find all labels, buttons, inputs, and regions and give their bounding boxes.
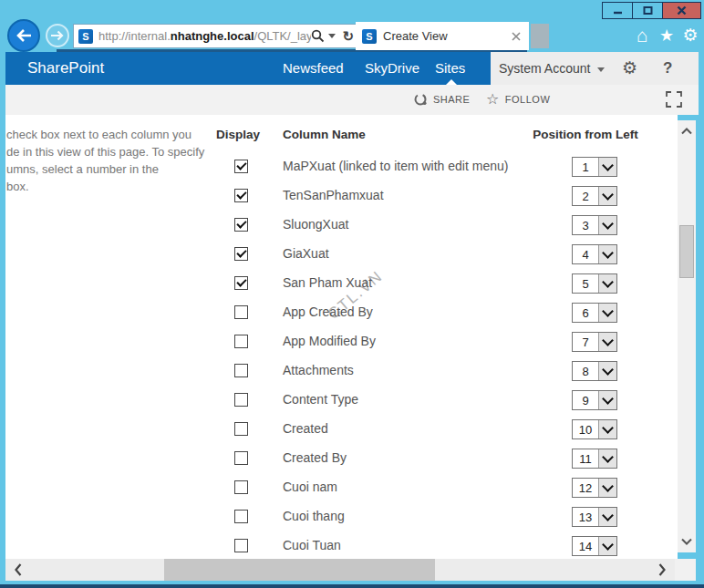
position-dropdown[interactable]: 1	[572, 157, 617, 177]
scroll-left-icon[interactable]	[15, 563, 22, 576]
header-column-name: Column Name	[283, 128, 517, 153]
suite-nav-skydrive[interactable]: SkyDrive	[365, 60, 419, 76]
share-button[interactable]: SHARE	[413, 92, 470, 107]
column-name-label: App Created By	[283, 304, 517, 321]
horizontal-scroll-thumb[interactable]	[164, 559, 435, 581]
chevron-down-icon	[597, 67, 605, 72]
column-checkbox[interactable]	[234, 422, 248, 436]
minimize-button[interactable]	[603, 3, 632, 18]
table-row: Attachments 8	[216, 357, 654, 387]
refresh-icon[interactable]	[342, 29, 354, 43]
column-checkbox[interactable]	[234, 451, 248, 465]
position-dropdown[interactable]: 5	[572, 273, 617, 294]
column-checkbox[interactable]	[234, 305, 248, 319]
position-value: 9	[573, 391, 598, 409]
position-dropdown[interactable]: 10	[572, 419, 617, 439]
column-checkbox[interactable]	[234, 393, 248, 407]
url-text: http://internal.nhatnghe.local/QLTK/_lay…	[98, 29, 311, 43]
back-button[interactable]	[7, 19, 40, 52]
column-checkbox[interactable]	[234, 218, 248, 232]
position-dropdown[interactable]: 8	[572, 361, 617, 381]
address-bar[interactable]: http://internal.nhatnghe.local/QLTK/_lay…	[73, 24, 361, 48]
maximize-button[interactable]	[632, 3, 662, 18]
tab-close-icon[interactable]	[512, 32, 521, 41]
address-bar-icons	[311, 29, 360, 43]
position-dropdown[interactable]: 13	[572, 507, 617, 527]
column-name-label: San Pham Xuat	[283, 274, 517, 292]
new-tab-button[interactable]	[531, 24, 549, 48]
position-value: 3	[573, 216, 598, 234]
column-checkbox[interactable]	[234, 335, 248, 348]
settings-gear-icon[interactable]	[679, 24, 701, 47]
scroll-right-icon[interactable]	[658, 563, 666, 576]
vertical-scroll-thumb[interactable]	[679, 225, 694, 278]
close-button[interactable]	[662, 3, 700, 18]
home-icon[interactable]	[631, 24, 653, 47]
column-checkbox[interactable]	[234, 276, 248, 290]
focus-mode-button[interactable]	[666, 91, 682, 111]
browser-window: http://internal.nhatnghe.local/QLTK/_lay…	[0, 0, 704, 588]
dropdown-arrow-button[interactable]	[598, 362, 616, 380]
position-dropdown[interactable]: 4	[572, 244, 617, 264]
dropdown-arrow-button[interactable]	[598, 304, 616, 322]
suite-bar-blue-area: SharePoint Newsfeed SkyDrive Sites	[5, 52, 491, 85]
table-header-row: Display Column Name Position from Left	[216, 128, 654, 153]
column-checkbox[interactable]	[234, 247, 248, 261]
column-rows: MaPXuat (linked to item with edit menu) …	[216, 153, 654, 561]
scroll-down-icon[interactable]	[681, 538, 692, 545]
dropdown-arrow-button[interactable]	[598, 158, 616, 176]
account-menu[interactable]: System Account	[499, 61, 605, 76]
dropdown-arrow-button[interactable]	[598, 216, 616, 234]
position-dropdown[interactable]: 11	[572, 449, 617, 469]
position-dropdown[interactable]: 6	[572, 303, 617, 323]
column-checkbox[interactable]	[234, 189, 248, 202]
dropdown-arrow-button[interactable]	[598, 187, 616, 205]
position-dropdown[interactable]: 2	[572, 186, 617, 206]
suite-nav-sites[interactable]: Sites	[435, 60, 465, 76]
suite-nav-newsfeed[interactable]: Newsfeed	[283, 60, 344, 76]
column-checkbox[interactable]	[234, 364, 248, 377]
column-name-label: App Modified By	[283, 333, 517, 350]
follow-button[interactable]: FOLLOW	[486, 92, 550, 107]
horizontal-scrollbar[interactable]	[5, 559, 675, 581]
sharepoint-icon	[78, 29, 93, 44]
dropdown-arrow-button[interactable]	[598, 274, 616, 293]
dropdown-arrow-button[interactable]	[598, 508, 616, 526]
dropdown-arrow-button[interactable]	[598, 245, 616, 263]
dropdown-arrow-button[interactable]	[598, 333, 616, 351]
tab-title: Create View	[383, 29, 448, 43]
position-dropdown[interactable]: 14	[572, 536, 617, 556]
browser-tab[interactable]: Create View	[356, 22, 529, 50]
position-value: 13	[573, 508, 598, 526]
position-value: 1	[573, 158, 598, 176]
favorites-star-icon[interactable]	[656, 24, 678, 47]
site-settings-gear-icon[interactable]	[622, 57, 637, 78]
help-button[interactable]: ?	[663, 59, 672, 77]
dropdown-arrow-button[interactable]	[598, 479, 616, 497]
dropdown-arrow-button[interactable]	[598, 537, 616, 555]
table-row: TenSanPhamxuat 2	[216, 182, 654, 211]
close-icon	[677, 5, 687, 15]
table-row: Created By 11	[216, 445, 654, 474]
dropdown-arrow-button[interactable]	[598, 420, 616, 438]
table-row: MaPXuat (linked to item with edit menu) …	[216, 153, 654, 182]
scroll-up-icon[interactable]	[681, 128, 692, 135]
column-checkbox[interactable]	[234, 510, 248, 523]
position-dropdown[interactable]: 12	[572, 478, 617, 498]
search-icon[interactable]	[311, 29, 325, 43]
column-checkbox[interactable]	[234, 539, 248, 552]
position-dropdown[interactable]: 3	[572, 215, 617, 235]
position-dropdown[interactable]: 9	[572, 390, 617, 410]
table-row: App Modified By 7	[216, 328, 654, 357]
dropdown-arrow-button[interactable]	[598, 449, 616, 468]
column-checkbox[interactable]	[234, 480, 248, 494]
search-dropdown-icon[interactable]	[328, 34, 336, 38]
position-value: 14	[573, 537, 598, 555]
forward-button[interactable]	[46, 24, 69, 47]
follow-label: FOLLOW	[505, 94, 550, 105]
position-dropdown[interactable]: 7	[572, 332, 617, 352]
chevron-down-icon	[602, 305, 614, 317]
dropdown-arrow-button[interactable]	[598, 391, 616, 409]
vertical-scrollbar[interactable]	[678, 120, 696, 552]
column-checkbox[interactable]	[234, 160, 248, 173]
